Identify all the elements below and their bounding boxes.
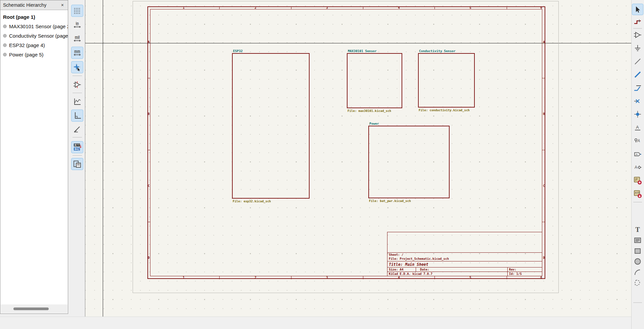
junction-dot-icon: [634, 110, 642, 118]
frame-tick: [147, 150, 150, 150]
add-symbol-button[interactable]: - +: [632, 29, 643, 41]
add-junction-button[interactable]: [632, 109, 643, 120]
titleblock-sheet: Sheet: /: [389, 253, 403, 256]
angled-lines-mode-button[interactable]: [71, 123, 83, 135]
frame-row-label: A: [543, 40, 545, 44]
units-mm-button[interactable]: mm: [71, 47, 83, 59]
tree-item-label: Conductivity Sensor (page 3): [9, 33, 68, 39]
select-tool-button[interactable]: [632, 4, 643, 15]
grid-visibility-button[interactable]: [71, 5, 83, 17]
scrollbar-thumb[interactable]: [13, 307, 49, 310]
title-block-line: [387, 261, 542, 261]
frame-tick: [542, 150, 545, 150]
add-sheet-button[interactable]: [632, 175, 643, 186]
titleblock-id: Id: 1/5: [509, 272, 522, 276]
frame-tick: [219, 276, 220, 279]
ground-symbol-icon: [634, 44, 642, 52]
annotate-button[interactable]: R?? R42: [71, 141, 83, 153]
tree-item-power[interactable]: Power (page 5): [3, 50, 68, 59]
arc-icon: [634, 268, 642, 276]
toolbar-separator: [633, 28, 642, 29]
sheet-name-label: Conductivity Sensor: [419, 49, 456, 53]
svg-text:A: A: [635, 165, 637, 170]
draw-freeform-button[interactable]: [632, 277, 643, 289]
tree-item-conductivity[interactable]: Conductivity Sensor (page 3): [3, 31, 68, 40]
svg-text:R??: R??: [75, 144, 80, 147]
units-inches-button[interactable]: in: [71, 19, 83, 31]
tree-item-max30101[interactable]: MAX30101 Sensor (page 2): [3, 22, 68, 31]
draw-arc-button[interactable]: [632, 266, 643, 278]
panel-title-bar[interactable]: Schematic Hierarchy ×: [0, 0, 68, 10]
dashed-shape-icon: [634, 279, 642, 287]
show-waveform-button[interactable]: [71, 95, 83, 108]
frame-tick: [363, 276, 363, 279]
add-power-port-button[interactable]: [632, 42, 643, 54]
panel-title: Schematic Hierarchy: [3, 2, 60, 8]
units-mils-button[interactable]: mil: [71, 33, 83, 45]
draw-rectangle-button[interactable]: [632, 245, 643, 257]
schematic-canvas[interactable]: 1 2 3 4 5 6 1 2 3 4 5 6 A B C D A B C D …: [85, 0, 631, 317]
frame-column-label: 3: [326, 276, 328, 279]
frame-column-label: 2: [255, 6, 256, 9]
add-text-button[interactable]: T: [632, 224, 643, 235]
frame-column-label: 5: [469, 276, 471, 279]
mils-label: mil: [75, 36, 80, 39]
add-text-box-button[interactable]: [632, 235, 643, 246]
draw-circle-button[interactable]: [632, 256, 643, 267]
titleblock-date: Date:: [420, 268, 429, 271]
sheet-block-esp32[interactable]: ESP32 File: esp32.kicad_sch: [232, 53, 310, 199]
frame-column-label: 1: [183, 276, 184, 279]
opamp-icon: - +: [73, 81, 81, 89]
frame-column-label: 5: [469, 6, 471, 9]
toolbar-separator: [633, 302, 642, 303]
title-block-line: [387, 267, 542, 268]
sheet-block-max30101[interactable]: MAX30101 Sensor File: max30101.kicad_sch: [347, 53, 402, 108]
toolbar-separator: [633, 202, 642, 202]
sheet-name-label: Power: [369, 122, 379, 125]
tree-item-label: Power (page 5): [9, 52, 44, 57]
highlight-net-tool-button[interactable]: [632, 16, 643, 28]
sheet-name-label: ESP32: [233, 49, 243, 53]
title-block-line: [416, 267, 416, 272]
frame-column-label: 3: [326, 6, 328, 9]
titleblock-company: KiCad E.D.A. kicad 7.0.7: [389, 272, 432, 276]
sheet-file-label: File: max30101.kicad_sch: [348, 109, 391, 113]
add-hierarchical-label-button[interactable]: A: [632, 162, 643, 173]
cursor-arrow-icon: [634, 6, 641, 13]
horizontal-scrollbar[interactable]: [1, 304, 67, 313]
sheet-pin-import-icon: A: [633, 190, 642, 198]
svg-text:R42: R42: [75, 148, 80, 151]
circle-icon: [634, 257, 642, 265]
add-bus-button[interactable]: [632, 69, 643, 80]
no-connect-flag-button[interactable]: [632, 95, 643, 107]
page-bullet-icon: [3, 25, 7, 28]
sheet-block-conductivity[interactable]: Conductivity Sensor File: conductivity.k…: [418, 53, 475, 108]
show-hidden-pins-button[interactable]: - +: [71, 79, 83, 91]
add-wire-button[interactable]: [632, 56, 643, 67]
crosshair-vertical-line: [103, 0, 103, 317]
add-bus-entry-button[interactable]: [632, 82, 643, 94]
page-bullet-icon: [3, 34, 7, 38]
frame-column-label: 6: [540, 276, 542, 279]
hierarchy-navigator-icon: [73, 160, 81, 168]
hv-lines-mode-button[interactable]: [71, 110, 83, 122]
title-block: [387, 232, 542, 276]
close-icon[interactable]: ×: [60, 2, 65, 8]
wire-line-icon: [634, 57, 642, 66]
import-sheet-pin-button[interactable]: A: [632, 188, 643, 200]
tree-item-label: MAX30101 Sensor (page 2): [9, 24, 68, 29]
frame-tick: [507, 6, 507, 9]
frame-column-label: 4: [398, 6, 400, 9]
fullscreen-cursor-button[interactable]: [71, 61, 83, 73]
hierarchy-navigator-button[interactable]: [71, 158, 83, 170]
add-netclass-directive-button[interactable]: A: [632, 135, 643, 147]
title-block-line: [387, 272, 542, 272]
add-net-label-button[interactable]: A: [632, 122, 643, 133]
sheet-block-power[interactable]: Power File: bat_pwr.kicad_sch: [368, 126, 450, 198]
mm-label: mm: [74, 50, 80, 53]
tree-item-esp32[interactable]: ESP32 (page 4): [3, 40, 68, 50]
frame-tick: [147, 222, 150, 222]
tree-item-root[interactable]: Root (page 1): [3, 12, 68, 22]
grid-dots-icon: [73, 7, 81, 15]
add-global-label-button[interactable]: A: [632, 149, 643, 160]
